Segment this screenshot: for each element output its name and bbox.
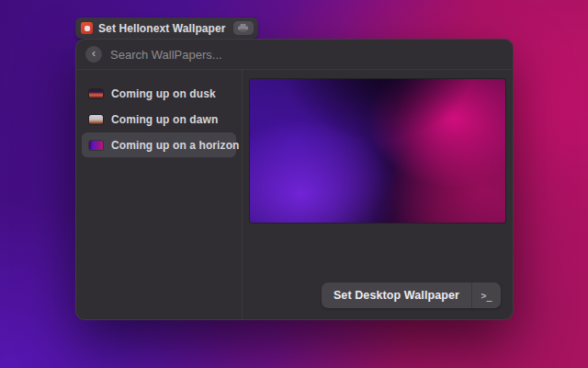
wallpaper-list: Coming up on dusk Coming up on dawn Comi… bbox=[76, 70, 242, 319]
list-item-label: Coming up on dusk bbox=[111, 87, 216, 100]
command-pill[interactable]: Set Hellonext Wallpaper bbox=[75, 17, 258, 39]
terminal-prompt-icon: >_ bbox=[471, 282, 501, 308]
chevron-left-icon: ‹ bbox=[92, 48, 96, 59]
hellonext-app-icon bbox=[81, 22, 93, 34]
wallpaper-picker-panel: ‹ Coming up on dusk Coming up on dawn Co… bbox=[75, 39, 514, 320]
list-item-label: Coming up on dawn bbox=[111, 113, 218, 126]
wallpaper-thumbnail-icon bbox=[89, 115, 103, 124]
list-item-label: Coming up on a horizon bbox=[111, 139, 240, 152]
set-desktop-wallpaper-button[interactable]: Set Desktop Wallpaper >_ bbox=[322, 282, 501, 308]
search-input[interactable] bbox=[110, 48, 503, 62]
printer-icon bbox=[233, 21, 254, 35]
list-item-horizon[interactable]: Coming up on a horizon bbox=[82, 132, 236, 157]
back-button[interactable]: ‹ bbox=[85, 46, 102, 63]
wallpaper-thumbnail-icon bbox=[89, 89, 103, 98]
list-item-dawn[interactable]: Coming up on dawn bbox=[82, 107, 236, 132]
list-item-dusk[interactable]: Coming up on dusk bbox=[82, 81, 236, 106]
wallpaper-preview-image bbox=[250, 79, 505, 223]
wallpaper-thumbnail-icon bbox=[89, 141, 103, 150]
action-button-label: Set Desktop Wallpaper bbox=[322, 282, 471, 308]
command-pill-label: Set Hellonext Wallpaper bbox=[98, 22, 226, 35]
search-bar: ‹ bbox=[76, 40, 513, 70]
